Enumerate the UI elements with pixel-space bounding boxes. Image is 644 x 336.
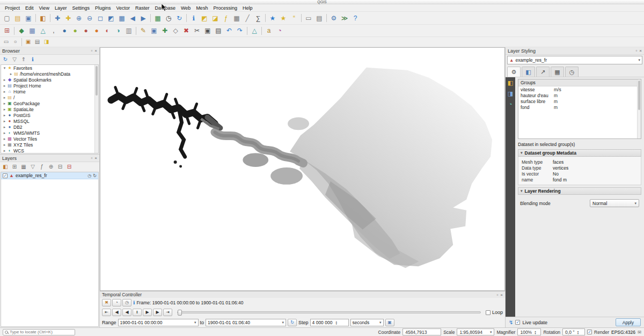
measure-line-button[interactable]: ╱ — [242, 13, 253, 24]
save-edits-button[interactable]: ▣ — [149, 25, 159, 36]
collapse-all-button[interactable]: ⊟ — [56, 163, 64, 171]
annotation-text-button[interactable]: ▭ — [2, 38, 11, 46]
expand-arrow-icon[interactable]: ▸ — [2, 113, 7, 118]
scrollbar-thumb[interactable] — [96, 66, 98, 96]
refresh-map-button[interactable]: ↻ — [174, 13, 185, 24]
metadata-section-header[interactable]: ▾ Dataset group Metadata — [518, 149, 641, 157]
redo-button[interactable]: ↷ — [235, 25, 245, 36]
menu-edit[interactable]: Edit — [23, 5, 36, 11]
menu-mesh[interactable]: Mesh — [193, 5, 210, 11]
expand-arrow-icon[interactable]: ▸ — [2, 119, 7, 123]
add-raster-layer-button[interactable]: ▦ — [27, 25, 38, 36]
map-canvas[interactable] — [100, 47, 505, 291]
copy-features-button[interactable]: ▣ — [202, 25, 213, 36]
select-by-expression-button[interactable]: ƒ — [221, 13, 231, 24]
browser-item-home[interactable]: ▸ ⌂ Home — [1, 89, 98, 94]
layers-float-button[interactable]: ▫ — [91, 156, 92, 160]
frame-forward-button[interactable]: ▶ — [153, 309, 162, 316]
menu-processing[interactable]: Processing — [210, 5, 240, 11]
tab-symbology[interactable]: ⚙ — [507, 67, 521, 77]
menu-vector[interactable]: Vector — [113, 5, 133, 11]
expand-arrow-icon[interactable]: ▸ — [2, 78, 7, 82]
browser-properties-button[interactable]: ℹ — [28, 56, 37, 64]
frame-back-button[interactable]: ◀ — [112, 309, 121, 316]
map-tips-button[interactable]: “ — [289, 13, 299, 24]
fixed-range-button[interactable]: ◔ — [112, 299, 121, 306]
transparency-vertical-tab[interactable]: ◨ — [508, 91, 513, 97]
tab-vectors[interactable]: ↗ — [536, 67, 550, 77]
new-project-button[interactable]: ▢ — [2, 13, 12, 24]
browser-item-spatialite[interactable]: ▸ ▣ SpatiaLite — [1, 106, 98, 112]
rotation-spinbox[interactable]: 0,0 ° ▴▾ — [562, 328, 585, 335]
manage-map-themes-button[interactable]: ▦ — [19, 163, 28, 171]
expand-arrow-icon[interactable]: ▸ — [2, 149, 7, 153]
expand-all-button[interactable]: ⊕ — [47, 163, 55, 171]
python-console-button[interactable]: ≫ — [339, 13, 350, 24]
processing-toolbox-button[interactable]: ⚙ — [328, 13, 339, 24]
new-bookmark-button[interactable]: ★ — [267, 13, 278, 24]
select-features-button[interactable]: ◩ — [199, 13, 210, 24]
add-mesh-layer-button[interactable]: △ — [38, 25, 48, 36]
annotation-shape-button[interactable]: ○ — [11, 38, 20, 46]
paste-features-button[interactable]: ▤ — [213, 25, 224, 36]
expand-arrow-icon[interactable]: ▸ — [2, 131, 7, 135]
browser-item-geopackage[interactable]: ▸ ▣ GeoPackage — [1, 100, 98, 106]
group-row-hauteur-eau[interactable]: hauteur d'eau m — [518, 92, 641, 98]
locator-input[interactable] — [10, 330, 73, 334]
browser-item-favorites[interactable]: ▾ ★ Favorites — [1, 65, 98, 71]
step-spinbox[interactable]: 4 000 000 ▴▾ — [310, 319, 349, 326]
statistical-summary-button[interactable]: ∑ — [253, 13, 264, 24]
menu-web[interactable]: Web — [178, 5, 193, 11]
browser-collapse-all-button[interactable]: ⇑ — [19, 56, 28, 64]
layer-item-example-res-fr[interactable]: ✓ ▲ example_res_fr ◷ ↻ — [1, 172, 98, 179]
styling-float-button[interactable]: ▫ — [635, 48, 637, 53]
locator-search[interactable] — [3, 329, 75, 335]
toggle-editing-button[interactable]: ✎ — [138, 25, 149, 36]
loop-checkbox[interactable] — [486, 310, 491, 315]
mesh-digitizing-button[interactable]: △ — [249, 25, 260, 36]
expand-arrow-icon[interactable]: ▸ — [2, 96, 7, 100]
expand-arrow-icon[interactable]: ▾ — [2, 66, 7, 70]
browser-item-project-home[interactable]: ▸ ▤ Project Home — [1, 83, 98, 89]
slider-handle[interactable] — [178, 310, 182, 316]
render-checkbox[interactable]: ✓ — [587, 330, 592, 334]
remove-layer-button[interactable]: ⊟ — [65, 163, 74, 171]
range-end-input[interactable]: 1900-01-01 01:06:40 ▾ — [206, 319, 286, 326]
expand-arrow-icon[interactable]: ▸ — [2, 143, 7, 147]
browser-float-button[interactable]: ▫ — [91, 48, 92, 53]
expand-arrow-icon[interactable]: ▸ — [9, 72, 13, 76]
coordinate-value-box[interactable]: 4584,7913 — [402, 328, 441, 335]
styling-layer-combo[interactable]: ▲ example_res_fr ▾ — [507, 56, 642, 64]
add-xyz-button[interactable]: ▥ — [123, 25, 134, 36]
data-source-manager-button[interactable]: ⊞ — [2, 25, 12, 36]
add-wms-button[interactable]: ◐ — [102, 25, 113, 36]
add-wfs-button[interactable]: ◑ — [113, 25, 123, 36]
zoom-to-selection-button[interactable]: ◩ — [106, 13, 116, 24]
zoom-full-button[interactable]: ◻ — [95, 13, 106, 24]
group-row-fond[interactable]: fond m — [518, 104, 641, 110]
open-layer-styling-button[interactable]: ◧ — [1, 163, 10, 171]
browser-item-db2[interactable]: ▸ ● DB2 — [1, 124, 98, 130]
group-row-vitesse[interactable]: vitesse m/s — [518, 86, 641, 92]
pause-button[interactable]: ‖ — [133, 309, 142, 316]
delete-selected-button[interactable]: ✖ — [181, 25, 192, 36]
menu-settings[interactable]: Settings — [69, 5, 92, 11]
temporal-slider[interactable] — [177, 311, 481, 313]
expand-arrow-icon[interactable]: ▸ — [2, 125, 7, 129]
filter-legend-button[interactable]: ▽ — [28, 163, 37, 171]
browser-refresh-button[interactable]: ↻ — [1, 56, 10, 64]
add-mssql-button[interactable]: ● — [80, 25, 91, 36]
pan-map-button[interactable]: ✚ — [52, 13, 63, 24]
add-spatialite-button[interactable]: ● — [70, 25, 80, 36]
browser-item-meshdata[interactable]: ▸ ▤ /home/vincent/meshData — [1, 71, 98, 77]
browser-item-root[interactable]: ▸ ▤ / — [1, 94, 98, 100]
vertex-tool-button[interactable]: ◇ — [170, 25, 181, 36]
layout-manager-button[interactable]: ▤ — [314, 13, 325, 24]
browser-item-wms[interactable]: ▸ ◐ WMS/WMTS — [1, 130, 98, 136]
skip-to-start-button[interactable]: ⇤ — [102, 309, 111, 316]
range-start-input[interactable]: 1900-01-01 00:00:00 ▾ — [118, 319, 199, 326]
labeling-options-button[interactable]: a — [264, 25, 274, 36]
expand-arrow-icon[interactable]: ▸ — [2, 137, 7, 141]
menu-help[interactable]: Help — [240, 5, 255, 11]
browser-item-spatial-bookmarks[interactable]: ▸ ◆ Spatial Bookmarks — [1, 77, 98, 83]
